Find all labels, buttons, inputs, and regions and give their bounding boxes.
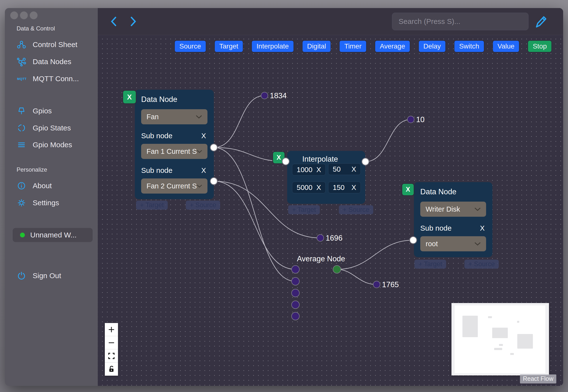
zoom-window-icon[interactable]	[30, 12, 38, 19]
target-handle-writer[interactable]	[409, 236, 417, 244]
add-source-chip[interactable]: + Source	[339, 205, 373, 214]
average-input-handle[interactable]	[291, 301, 300, 309]
sidebar-item-label: Gpios	[33, 107, 52, 115]
fan-sub2-select[interactable]: Fan 2 Current Spe	[141, 179, 208, 194]
source-handle-fan1[interactable]	[210, 144, 218, 151]
average-output-handle[interactable]	[333, 265, 341, 274]
node-interpolate[interactable]: Interpolate 1000 X 50 X 5000 X 150 X	[287, 151, 365, 204]
sidebar-section-personalize: Personalize	[17, 166, 47, 173]
sidebar-item-label: About	[33, 182, 52, 190]
add-target-chip[interactable]: + Target	[415, 260, 446, 269]
add-timer-button[interactable]: Timer	[339, 40, 367, 52]
add-value-button[interactable]: Value	[492, 40, 520, 52]
sidebar-item-sign-out[interactable]: Sign Out	[17, 271, 61, 280]
value-dot	[261, 92, 268, 99]
minimap-node	[488, 316, 492, 318]
window-traffic-lights[interactable]	[10, 12, 38, 19]
edge-fan1-1834	[214, 96, 264, 147]
writer-type-select[interactable]: Writer Disk	[420, 202, 486, 217]
minimize-window-icon[interactable]	[20, 12, 28, 19]
add-digital-button[interactable]: Digital	[302, 40, 331, 52]
add-switch-button[interactable]: Switch	[454, 40, 484, 52]
add-source-chip[interactable]: + Source	[464, 260, 499, 269]
sidebar-item-data-nodes[interactable]: Data Nodes	[17, 57, 71, 67]
interpolate-value-input[interactable]: 1000 X	[292, 164, 326, 176]
flow-canvas[interactable]: Source Target Interpolate Digital Timer …	[98, 35, 563, 386]
remove-sub-node-button[interactable]: X	[480, 224, 486, 232]
stop-button[interactable]: Stop	[527, 40, 552, 52]
fan-type-select[interactable]: Fan	[141, 109, 208, 124]
search-input[interactable]	[392, 13, 528, 30]
unlock-icon	[108, 365, 115, 373]
sidebar-item-workspace[interactable]: Unnamed W...	[13, 228, 93, 242]
add-target-chip[interactable]: + Target	[288, 205, 320, 214]
value-dot	[373, 281, 380, 288]
node-title: Data Node	[420, 187, 486, 196]
add-source-button[interactable]: Source	[174, 40, 206, 52]
lock-button[interactable]	[105, 363, 118, 376]
share-nodes-icon	[17, 40, 26, 49]
add-target-chip[interactable]: + Target	[136, 201, 168, 210]
average-input-handle[interactable]	[291, 277, 300, 285]
minimap-node	[517, 334, 533, 349]
remove-value-button[interactable]: X	[351, 165, 356, 173]
zoom-in-button[interactable]	[105, 323, 118, 336]
average-input-handle[interactable]	[291, 312, 300, 320]
delete-node-button[interactable]: X	[122, 90, 137, 104]
sidebar-item-gpios[interactable]: Gpios	[17, 106, 52, 116]
add-target-button[interactable]: Target	[214, 40, 244, 52]
sidebar-section-data-control: Data & Control	[17, 25, 55, 32]
interpolate-value-input[interactable]: 50 X	[328, 163, 361, 175]
chevron-down-icon	[197, 184, 202, 188]
mqtt-icon: MQTT	[17, 74, 26, 84]
sidebar-item-label: Gpio Modes	[33, 141, 72, 149]
remove-sub-node-button[interactable]: X	[201, 167, 208, 175]
react-flow-attribution[interactable]: React Flow	[520, 375, 556, 383]
sidebar-item-control-sheet[interactable]: Control Sheet	[17, 40, 77, 49]
delete-node-button[interactable]: X	[402, 183, 415, 196]
add-delay-button[interactable]: Delay	[418, 40, 446, 52]
minimap-node	[510, 353, 514, 355]
node-data-fan[interactable]: Data Node Fan Sub node X Fan 1 Current S…	[135, 90, 214, 199]
sidebar-item-settings[interactable]: Settings	[17, 198, 59, 208]
target-handle-interpolate[interactable]	[282, 157, 290, 165]
edge-fan1-average	[214, 147, 295, 281]
remove-sub-node-button[interactable]: X	[201, 132, 208, 140]
average-node-title: Average Node	[297, 254, 345, 263]
workspace-label: Unnamed W...	[30, 231, 77, 239]
sub-node-row: Sub node X	[141, 166, 208, 175]
fit-view-button[interactable]	[105, 349, 118, 363]
remove-value-button[interactable]: X	[317, 166, 321, 174]
minimap-node	[499, 344, 503, 346]
add-average-button[interactable]: Average	[375, 40, 410, 52]
close-window-icon[interactable]	[10, 12, 18, 19]
source-handle-interpolate[interactable]	[361, 158, 369, 166]
forward-button[interactable]	[128, 15, 139, 28]
remove-value-button[interactable]: X	[351, 183, 356, 192]
node-data-writer[interactable]: Data Node Writer Disk Sub node X root	[414, 182, 492, 257]
average-input-handle[interactable]	[291, 265, 300, 274]
remove-value-button[interactable]: X	[317, 183, 321, 192]
edit-pencil-icon[interactable]	[534, 14, 548, 29]
source-handle-fan2[interactable]	[210, 177, 218, 185]
writer-sub-select[interactable]: root	[420, 236, 486, 251]
minimap[interactable]	[451, 303, 549, 376]
average-input-handle[interactable]	[291, 289, 300, 297]
minus-icon	[108, 339, 115, 346]
sidebar-item-gpio-states[interactable]: Gpio States	[17, 123, 71, 133]
sidebar-item-about[interactable]: About	[17, 181, 52, 191]
sidebar-item-gpio-modes[interactable]: Gpio Modes	[17, 140, 72, 150]
fan-sub1-select[interactable]: Fan 1 Current Spe	[141, 144, 208, 159]
zoom-out-button[interactable]	[105, 336, 118, 349]
interpolate-value-input[interactable]: 150 X	[328, 182, 361, 193]
interpolate-value-input[interactable]: 5000 X	[292, 182, 326, 193]
sidebar-item-mqtt[interactable]: MQTT MQTT Conn...	[17, 74, 79, 84]
value-dot	[317, 234, 324, 242]
node-toolbar: Source Target Interpolate Digital Timer …	[174, 40, 552, 52]
add-source-chip[interactable]: + Source	[186, 201, 220, 210]
edge-average-writer	[337, 240, 413, 269]
desktop-background: Data & Control Control Sheet Data Nodes …	[0, 0, 568, 392]
back-button[interactable]	[109, 15, 119, 28]
minimap-node	[517, 321, 519, 323]
add-interpolate-button[interactable]: Interpolate	[251, 40, 294, 52]
